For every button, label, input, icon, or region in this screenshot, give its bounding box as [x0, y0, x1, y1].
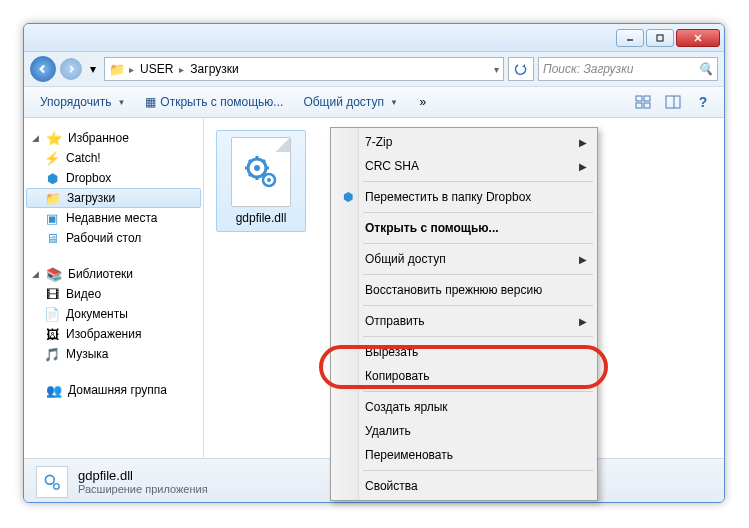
chevron-right-icon: ▶: [579, 316, 587, 327]
command-bar: Упорядочить▼ ▦Открыть с помощью... Общий…: [24, 86, 724, 118]
sidebar-item-dropbox[interactable]: ⬢Dropbox: [24, 168, 203, 188]
homegroup-icon: 👥: [46, 382, 62, 398]
minimize-button[interactable]: [616, 29, 644, 47]
homegroup-header[interactable]: ◢👥Домашняя группа: [24, 380, 203, 400]
ctx-cut[interactable]: Вырезать: [333, 340, 595, 364]
svg-rect-5: [644, 96, 650, 101]
search-placeholder: Поиск: Загрузки: [543, 62, 634, 76]
svg-point-22: [45, 475, 54, 484]
svg-line-18: [249, 174, 251, 176]
share-button[interactable]: Общий доступ▼: [295, 90, 406, 114]
library-icon: 📚: [46, 266, 62, 282]
nav-bar: ▾ 📁 ▸ USER ▸ Загрузки ▾ Поиск: Загрузки …: [24, 52, 724, 86]
separator: [363, 212, 593, 213]
close-button[interactable]: [676, 29, 720, 47]
ctx-restore-version[interactable]: Восстановить прежнюю версию: [333, 278, 595, 302]
ctx-move-dropbox[interactable]: ⬢Переместить в папку Dropbox: [333, 185, 595, 209]
separator: [363, 391, 593, 392]
help-button[interactable]: ?: [690, 90, 716, 114]
svg-rect-7: [644, 103, 650, 108]
back-button[interactable]: [30, 56, 56, 82]
breadcrumb-user[interactable]: USER: [138, 62, 175, 76]
separator: [363, 243, 593, 244]
chevron-right-icon: ▶: [579, 161, 587, 172]
separator: [363, 274, 593, 275]
file-item-selected[interactable]: gdpfile.dll: [216, 130, 306, 232]
breadcrumb-downloads[interactable]: Загрузки: [188, 62, 240, 76]
picture-icon: 🖼: [44, 326, 60, 342]
file-name: gdpfile.dll: [236, 211, 287, 225]
search-icon: 🔍: [698, 62, 713, 76]
sidebar-item-desktop[interactable]: 🖥Рабочий стол: [24, 228, 203, 248]
svg-rect-8: [666, 96, 680, 108]
maximize-button[interactable]: [646, 29, 674, 47]
chevron-right-icon: ▶: [579, 137, 587, 148]
titlebar: [24, 24, 724, 52]
app-icon: ▦: [145, 95, 156, 109]
svg-rect-1: [657, 35, 663, 41]
nav-pane: ◢⭐Избранное ⚡Catch! ⬢Dropbox 📁Загрузки ▣…: [24, 118, 204, 458]
recent-icon: ▣: [44, 210, 60, 226]
ctx-open-with[interactable]: Открыть с помощью...: [333, 216, 595, 240]
svg-rect-4: [636, 96, 642, 101]
ctx-7zip[interactable]: 7-Zip▶: [333, 130, 595, 154]
sidebar-item-documents[interactable]: 📄Документы: [24, 304, 203, 324]
separator: [363, 470, 593, 471]
ctx-create-shortcut[interactable]: Создать ярлык: [333, 395, 595, 419]
ctx-properties[interactable]: Свойства: [333, 474, 595, 498]
preview-pane-button[interactable]: [660, 90, 686, 114]
svg-point-11: [254, 165, 260, 171]
star-icon: ⭐: [46, 130, 62, 146]
forward-button[interactable]: [60, 58, 82, 80]
sidebar-item-downloads[interactable]: 📁Загрузки: [26, 188, 201, 208]
context-menu: 7-Zip▶ CRC SHA▶ ⬢Переместить в папку Dro…: [330, 127, 598, 501]
bolt-icon: ⚡: [44, 150, 60, 166]
dropbox-icon: ⬢: [44, 170, 60, 186]
dropbox-icon: ⬢: [339, 188, 357, 206]
ctx-share[interactable]: Общий доступ▶: [333, 247, 595, 271]
folder-icon: 📁: [109, 61, 125, 77]
details-thumb: [36, 466, 68, 498]
chevron-right-icon: ▸: [179, 64, 184, 75]
svg-point-21: [267, 178, 271, 182]
svg-rect-6: [636, 103, 642, 108]
favorites-header[interactable]: ◢⭐Избранное: [24, 128, 203, 148]
details-filename: gdpfile.dll: [78, 468, 208, 483]
ctx-delete[interactable]: Удалить: [333, 419, 595, 443]
chevron-right-icon: ▶: [579, 254, 587, 265]
ctx-crc-sha[interactable]: CRC SHA▶: [333, 154, 595, 178]
music-icon: 🎵: [44, 346, 60, 362]
video-icon: 🎞: [44, 286, 60, 302]
refresh-button[interactable]: [508, 57, 534, 81]
svg-line-16: [249, 160, 251, 162]
details-filetype: Расширение приложения: [78, 483, 208, 495]
separator: [363, 305, 593, 306]
sidebar-item-recent[interactable]: ▣Недавние места: [24, 208, 203, 228]
chevron-down-icon[interactable]: ▾: [494, 64, 499, 75]
sidebar-item-catch[interactable]: ⚡Catch!: [24, 148, 203, 168]
separator: [363, 336, 593, 337]
svg-point-23: [54, 483, 60, 489]
nav-history-dropdown[interactable]: ▾: [86, 59, 100, 79]
svg-line-19: [263, 160, 265, 162]
libraries-header[interactable]: ◢📚Библиотеки: [24, 264, 203, 284]
ctx-send-to[interactable]: Отправить▶: [333, 309, 595, 333]
chevron-right-icon: ▸: [129, 64, 134, 75]
sidebar-item-pictures[interactable]: 🖼Изображения: [24, 324, 203, 344]
ctx-copy[interactable]: Копировать: [333, 364, 595, 388]
organize-button[interactable]: Упорядочить▼: [32, 90, 133, 114]
ctx-rename[interactable]: Переименовать: [333, 443, 595, 467]
separator: [363, 181, 593, 182]
view-options-button[interactable]: [630, 90, 656, 114]
address-bar[interactable]: 📁 ▸ USER ▸ Загрузки ▾: [104, 57, 504, 81]
burn-button[interactable]: »: [410, 90, 436, 114]
sidebar-item-music[interactable]: 🎵Музыка: [24, 344, 203, 364]
folder-icon: 📁: [45, 190, 61, 206]
document-icon: 📄: [44, 306, 60, 322]
dll-file-icon: [231, 137, 291, 207]
search-input[interactable]: Поиск: Загрузки 🔍: [538, 57, 718, 81]
open-with-button[interactable]: ▦Открыть с помощью...: [137, 90, 291, 114]
desktop-icon: 🖥: [44, 230, 60, 246]
sidebar-item-videos[interactable]: 🎞Видео: [24, 284, 203, 304]
